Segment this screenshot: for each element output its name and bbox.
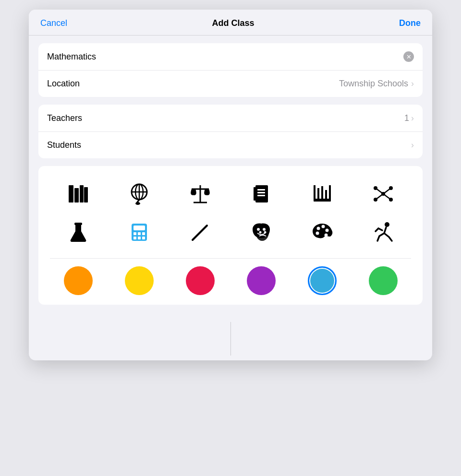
location-chevron-icon: › [411,79,414,89]
location-label: Location [47,79,339,89]
svg-rect-41 [142,237,145,239]
svg-line-29 [376,188,383,194]
svg-rect-39 [133,237,136,239]
svg-rect-0 [69,185,73,202]
globe-icon[interactable] [111,179,167,208]
scales-icon[interactable] [172,179,228,208]
svg-rect-2 [80,185,84,202]
clear-icon: ✕ [406,53,412,60]
svg-rect-19 [314,185,315,201]
svg-rect-1 [74,188,79,202]
svg-point-53 [385,222,389,227]
class-info-card: ✕ Location Township Schools › [38,43,423,97]
teachers-label: Teachers [47,113,404,123]
svg-point-51 [324,234,328,237]
svg-rect-20 [317,188,319,201]
students-row[interactable]: Students › [38,131,423,158]
svg-point-9 [135,202,140,205]
running-icon[interactable] [355,218,411,247]
yellow-color[interactable] [125,266,154,295]
network-icon[interactable] [355,179,411,208]
icons-grid [50,179,411,247]
location-value: Township Schools [339,79,408,89]
svg-rect-35 [133,226,145,230]
flask-icon[interactable] [50,218,106,247]
svg-line-32 [383,194,391,200]
svg-rect-21 [321,186,323,201]
scroll-indicator [230,322,231,356]
svg-point-46 [259,231,261,234]
svg-rect-37 [138,232,141,235]
svg-rect-14 [254,187,256,201]
svg-rect-17 [257,195,265,196]
students-label: Students [47,140,411,150]
pencil-icon[interactable] [172,218,228,247]
students-chevron-icon: › [411,140,414,150]
svg-rect-3 [84,187,88,202]
svg-point-48 [316,227,320,230]
class-name-input[interactable] [47,52,403,62]
svg-rect-33 [74,223,82,225]
people-card: Teachers 1 › Students › [38,105,423,158]
svg-rect-36 [133,232,136,235]
books-icon[interactable] [50,179,106,208]
svg-point-52 [315,232,319,235]
teachers-row[interactable]: Teachers 1 › [38,105,423,131]
svg-rect-16 [257,192,265,193]
svg-line-43 [193,237,195,240]
svg-rect-23 [329,185,331,201]
cancel-button[interactable]: Cancel [40,18,67,28]
columns-icon[interactable] [294,179,350,208]
svg-rect-15 [257,189,265,190]
add-class-modal: Cancel Add Class Done ✕ Location Townshi… [29,10,432,360]
svg-rect-13 [255,185,268,202]
svg-rect-40 [138,237,141,239]
calculator-icon[interactable] [111,218,167,247]
svg-point-44 [257,228,260,231]
picker-divider [50,258,411,259]
class-name-row: ✕ [38,43,423,70]
palette-icon[interactable] [294,218,350,247]
bottom-area [29,312,432,360]
orange-color[interactable] [64,266,93,295]
green-color[interactable] [369,266,398,295]
svg-line-31 [376,194,383,200]
svg-line-30 [383,188,391,194]
svg-rect-38 [142,232,145,235]
red-color[interactable] [186,266,215,295]
svg-point-49 [321,225,325,228]
notepad-icon[interactable] [233,179,289,208]
location-row[interactable]: Location Township Schools › [38,70,423,97]
svg-point-47 [264,231,266,234]
picker-card [38,166,423,305]
modal-title: Add Class [212,18,255,28]
svg-point-50 [325,229,328,232]
svg-rect-22 [325,190,327,201]
teachers-chevron-icon: › [411,113,414,123]
teachers-count: 1 [404,113,409,123]
modal-header: Cancel Add Class Done [29,10,432,36]
blue-color[interactable] [308,266,337,295]
svg-point-45 [263,228,266,231]
done-button[interactable]: Done [399,18,421,28]
colors-grid [50,266,411,295]
purple-color[interactable] [247,266,276,295]
drama-icon[interactable] [233,218,289,247]
clear-class-name-button[interactable]: ✕ [403,51,414,62]
